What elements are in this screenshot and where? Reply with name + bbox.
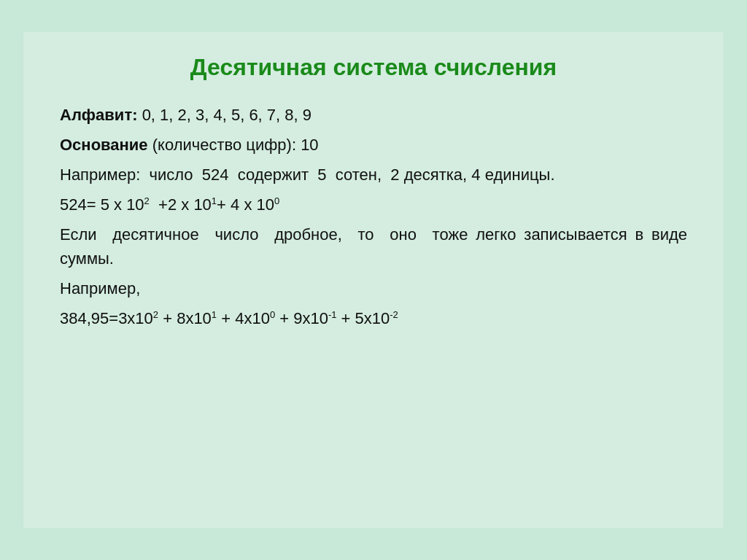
naprimer2-text: Например, (60, 279, 140, 298)
line-formula1: 524= 5 х 102 +2 х 101+ 4 х 100 (60, 192, 687, 217)
formula1-text: 524= 5 х 102 +2 х 101+ 4 х 100 (60, 195, 279, 214)
example2-text: Если десятичное число дробное, то оно то… (60, 225, 687, 268)
line-alphabet: Алфавит: 0, 1, 2, 3, 4, 5, 6, 7, 8, 9 (60, 103, 687, 127)
content-area: Алфавит: 0, 1, 2, 3, 4, 5, 6, 7, 8, 9 Ос… (60, 103, 687, 330)
line-naprimer2: Например, (60, 276, 687, 300)
alphabet-value: 0, 1, 2, 3, 4, 5, 6, 7, 8, 9 (142, 106, 311, 124)
alphabet-label: Алфавит: (60, 106, 138, 124)
slide-title: Десятичная система счисления (60, 54, 687, 81)
base-value: (количество цифр): 10 (152, 136, 319, 154)
slide-container: Десятичная система счисления Алфавит: 0,… (23, 32, 724, 528)
line-base: Основание (количество цифр): 10 (60, 133, 687, 157)
line-example1: Например: число 524 содержит 5 сотен, 2 … (60, 163, 687, 187)
line-example2: Если десятичное число дробное, то оно то… (60, 222, 687, 271)
base-label: Основание (60, 136, 148, 154)
example1-text: Например: число 524 содержит 5 сотен, 2 … (60, 166, 555, 184)
formula2-text: 384,95=3х102 + 8х101 + 4х100 + 9х10-1 + … (60, 309, 398, 327)
line-formula2: 384,95=3х102 + 8х101 + 4х100 + 9х10-1 + … (60, 306, 687, 330)
